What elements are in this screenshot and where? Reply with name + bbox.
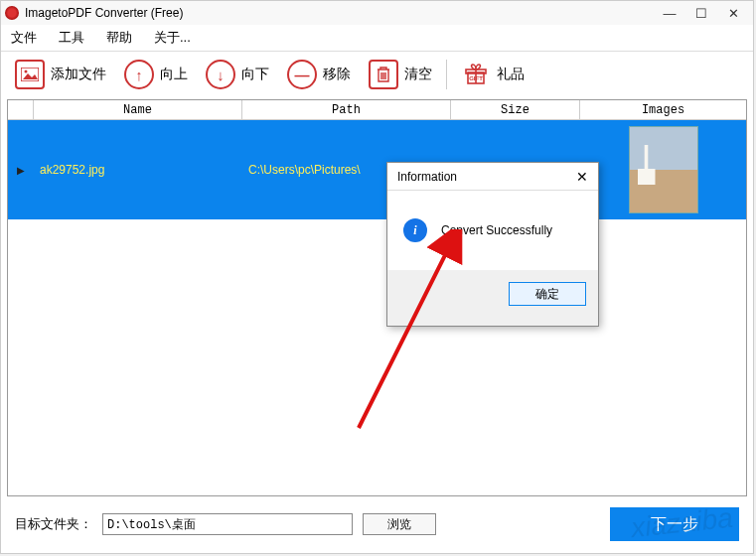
remove-button[interactable]: — 移除 bbox=[283, 56, 355, 93]
window-title: ImagetoPDF Converter (Free) bbox=[25, 6, 654, 20]
table-row[interactable]: ▶ ak29752.jpg C:\Users\pc\Pictures\ bbox=[8, 120, 746, 219]
dialog-close-button[interactable]: ✕ bbox=[576, 169, 588, 185]
maximize-button[interactable]: ☐ bbox=[685, 1, 717, 25]
info-icon: i bbox=[403, 218, 427, 242]
menu-about[interactable]: 关于... bbox=[150, 27, 195, 49]
row-name: ak29752.jpg bbox=[34, 163, 242, 177]
col-path-header[interactable]: Path bbox=[242, 100, 451, 120]
target-folder-input[interactable] bbox=[102, 513, 353, 535]
list-header: Name Path Size Images bbox=[8, 100, 746, 120]
col-name-header[interactable]: Name bbox=[34, 100, 242, 120]
clear-label: 清空 bbox=[404, 66, 432, 83]
gift-label: 礼品 bbox=[497, 66, 525, 83]
dialog-titlebar: Information ✕ bbox=[387, 163, 598, 191]
dialog-ok-button[interactable]: 确定 bbox=[509, 282, 586, 306]
gift-icon: GIFT bbox=[461, 60, 491, 89]
thumbnail-image bbox=[629, 126, 698, 213]
window-controls: — ☐ ✕ bbox=[654, 1, 749, 25]
svg-text:GIFT: GIFT bbox=[469, 75, 483, 81]
app-icon bbox=[5, 6, 19, 20]
target-folder-label: 目标文件夹： bbox=[15, 515, 92, 533]
move-up-label: 向上 bbox=[160, 66, 188, 83]
arrow-down-icon: ↓ bbox=[206, 60, 235, 89]
dialog-body: i Convert Successfully bbox=[387, 191, 598, 270]
picture-icon bbox=[15, 60, 45, 89]
minus-icon: — bbox=[287, 60, 317, 89]
dialog-footer: 确定 bbox=[387, 270, 598, 318]
toolbar-divider bbox=[446, 60, 447, 89]
dialog-title: Information bbox=[397, 170, 457, 184]
move-down-button[interactable]: ↓ 向下 bbox=[202, 56, 273, 93]
col-marker[interactable] bbox=[8, 100, 34, 120]
menu-file[interactable]: 文件 bbox=[7, 27, 41, 49]
menubar: 文件 工具 帮助 关于... bbox=[1, 25, 753, 51]
gift-button[interactable]: GIFT 礼品 bbox=[457, 56, 529, 93]
titlebar: ImagetoPDF Converter (Free) — ☐ ✕ bbox=[1, 1, 753, 25]
toolbar: 添加文件 ↑ 向上 ↓ 向下 — 移除 清空 GIFT 礼品 bbox=[1, 52, 753, 97]
close-button[interactable]: ✕ bbox=[717, 1, 749, 25]
clear-button[interactable]: 清空 bbox=[365, 56, 436, 93]
dialog-message: Convert Successfully bbox=[441, 223, 552, 237]
file-list: Name Path Size Images ▶ ak29752.jpg C:\U… bbox=[7, 99, 747, 496]
col-images-header[interactable]: Images bbox=[580, 100, 746, 120]
browse-button[interactable]: 浏览 bbox=[363, 513, 436, 535]
remove-label: 移除 bbox=[323, 66, 351, 83]
add-file-button[interactable]: 添加文件 bbox=[11, 56, 110, 93]
row-marker: ▶ bbox=[8, 165, 34, 176]
row-thumb bbox=[580, 126, 746, 213]
info-dialog: Information ✕ i Convert Successfully 确定 bbox=[386, 162, 599, 327]
move-up-button[interactable]: ↑ 向上 bbox=[120, 56, 192, 93]
move-down-label: 向下 bbox=[241, 66, 269, 83]
col-size-header[interactable]: Size bbox=[451, 100, 580, 120]
menu-help[interactable]: 帮助 bbox=[102, 27, 136, 49]
arrow-up-icon: ↑ bbox=[124, 60, 154, 89]
footer: 目标文件夹： 浏览 下一步 bbox=[1, 505, 753, 543]
trash-icon bbox=[369, 60, 398, 89]
minimize-button[interactable]: — bbox=[654, 1, 685, 25]
add-file-label: 添加文件 bbox=[51, 66, 106, 83]
menu-tools[interactable]: 工具 bbox=[55, 27, 88, 49]
app-window: ImagetoPDF Converter (Free) — ☐ ✕ 文件 工具 … bbox=[0, 0, 754, 554]
svg-point-1 bbox=[25, 70, 28, 73]
next-button[interactable]: 下一步 bbox=[610, 507, 739, 541]
